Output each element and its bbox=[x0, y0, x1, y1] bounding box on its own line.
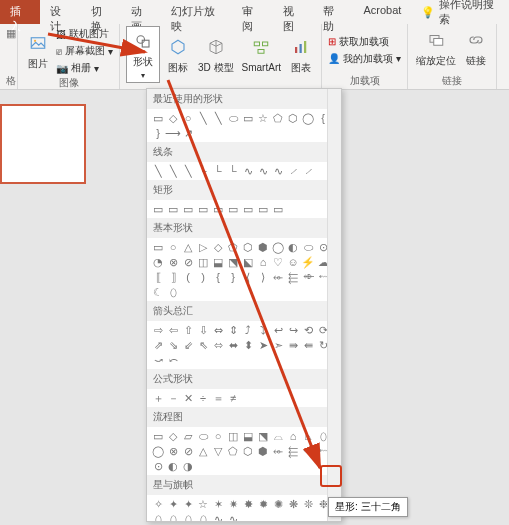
shape-arrow[interactable]: ⇘ bbox=[166, 338, 180, 352]
shape-item[interactable]: ⬯ bbox=[166, 285, 180, 299]
shape-item[interactable]: ⬭ bbox=[301, 240, 315, 254]
tab-help[interactable]: 帮助 bbox=[313, 0, 353, 24]
shape-rect[interactable]: ▭ bbox=[196, 202, 210, 216]
shape-item[interactable]: ◑ bbox=[181, 459, 195, 473]
shape-item[interactable]: △ bbox=[181, 240, 195, 254]
shape-arrow[interactable]: ⬍ bbox=[241, 338, 255, 352]
shape-arrow[interactable]: ⇨ bbox=[151, 323, 165, 337]
shape-item[interactable]: ⌂ bbox=[256, 255, 270, 269]
shape-arrow[interactable]: ⇙ bbox=[181, 338, 195, 352]
shape-ribbon[interactable]: ⬯ bbox=[196, 512, 210, 522]
shape-star7[interactable]: ✷ bbox=[226, 497, 240, 511]
shape-rect[interactable]: ▭ bbox=[226, 202, 240, 216]
shape-explosion2[interactable]: ✦ bbox=[166, 497, 180, 511]
shape-arrow[interactable]: ⤻ bbox=[151, 353, 165, 367]
shape-item[interactable]: ⬲ bbox=[301, 444, 315, 458]
shape-item[interactable]: ⬠ bbox=[271, 111, 285, 125]
shape-arrow[interactable]: ⤺ bbox=[166, 353, 180, 367]
tab-review[interactable]: 审阅 bbox=[232, 0, 272, 24]
icons-button[interactable]: 图标 bbox=[164, 33, 192, 77]
shape-item[interactable]: ) bbox=[196, 270, 210, 284]
shape-item[interactable]: ⬱ bbox=[286, 270, 300, 284]
album-button[interactable]: 📷相册▾ bbox=[56, 60, 113, 76]
chart-button[interactable]: 图表 bbox=[287, 33, 315, 77]
shape-arrow[interactable]: ↪ bbox=[286, 323, 300, 337]
shape-star5[interactable]: ☆ bbox=[196, 497, 210, 511]
shape-rect[interactable]: ▭ bbox=[181, 202, 195, 216]
shape-item[interactable]: ⊘ bbox=[181, 255, 195, 269]
shape-textbox[interactable]: ▭ bbox=[151, 111, 165, 125]
shape-rect[interactable]: ▭ bbox=[241, 111, 255, 125]
shape-item[interactable]: ◐ bbox=[166, 459, 180, 473]
shape-item[interactable]: ◐ bbox=[286, 240, 300, 254]
shape-item[interactable]: ▭ bbox=[151, 429, 165, 443]
shape-item[interactable]: ⬭ bbox=[196, 429, 210, 443]
shape-item[interactable]: ⬰ bbox=[271, 444, 285, 458]
shape-star8[interactable]: ✸ bbox=[241, 497, 255, 511]
shape-item[interactable]: ⊗ bbox=[166, 255, 180, 269]
shape-item[interactable]: ⌓ bbox=[271, 429, 285, 443]
shape-item[interactable]: ◫ bbox=[196, 255, 210, 269]
shape-item[interactable]: ⊗ bbox=[166, 444, 180, 458]
shape-item[interactable]: ○ bbox=[166, 240, 180, 254]
shape-item[interactable]: ⬱ bbox=[286, 444, 300, 458]
shape-item[interactable]: ( bbox=[181, 270, 195, 284]
shape-item[interactable]: ⚡ bbox=[301, 255, 315, 269]
shape-item[interactable]: △ bbox=[196, 444, 210, 458]
shape-item[interactable]: ◇ bbox=[166, 111, 180, 125]
online-pictures-button[interactable]: 🖼联机图片 bbox=[56, 26, 113, 42]
shape-item[interactable]: ⬠ bbox=[226, 444, 240, 458]
shape-star10[interactable]: ✹ bbox=[256, 497, 270, 511]
shape-curve[interactable]: ∿ bbox=[241, 164, 255, 178]
shape-item[interactable]: ☺ bbox=[286, 255, 300, 269]
shape-arrow[interactable]: ⟲ bbox=[301, 323, 315, 337]
shape-item[interactable]: ⬲ bbox=[301, 270, 315, 284]
shape-star12[interactable]: ✺ bbox=[271, 497, 285, 511]
shape-line[interactable]: ╲ bbox=[166, 164, 180, 178]
shape-item[interactable]: ○ bbox=[181, 111, 195, 125]
tab-design[interactable]: 设计 bbox=[40, 0, 80, 24]
shape-equals[interactable]: ＝ bbox=[211, 391, 225, 405]
shape-item[interactable]: ⟨ bbox=[241, 270, 255, 284]
shape-arrow[interactable]: ⬄ bbox=[211, 338, 225, 352]
shape-divide[interactable]: ÷ bbox=[196, 391, 210, 405]
scrollbar[interactable] bbox=[327, 89, 341, 521]
shape-item[interactable]: ◇ bbox=[211, 240, 225, 254]
shape-ribbon[interactable]: ⬯ bbox=[166, 512, 180, 522]
pictures-button[interactable]: 图片 bbox=[24, 29, 52, 73]
shape-arrow[interactable]: ⇩ bbox=[196, 323, 210, 337]
shape-item[interactable]: ○ bbox=[211, 429, 225, 443]
tab-view[interactable]: 视图 bbox=[273, 0, 313, 24]
shape-arrow[interactable]: ⇦ bbox=[166, 323, 180, 337]
shape-ribbon[interactable]: ⬯ bbox=[151, 512, 165, 522]
shape-arrow[interactable]: ⬌ bbox=[226, 338, 240, 352]
shape-rect[interactable]: ▭ bbox=[256, 202, 270, 216]
shape-star24[interactable]: ❊ bbox=[301, 497, 315, 511]
tab-insert[interactable]: 插入 bbox=[0, 0, 40, 24]
tab-slideshow[interactable]: 幻灯片放映 bbox=[161, 0, 232, 24]
shape-item[interactable]: ◔ bbox=[151, 255, 165, 269]
shape-item[interactable]: ⬡ bbox=[286, 111, 300, 125]
shape-item[interactable]: ◯ bbox=[151, 444, 165, 458]
shape-item[interactable]: { bbox=[211, 270, 225, 284]
shape-arrow[interactable]: ➤ bbox=[256, 338, 270, 352]
tell-me-search[interactable]: 💡 操作说明搜索 bbox=[411, 0, 509, 24]
tab-acrobat[interactable]: Acrobat bbox=[353, 0, 411, 24]
shape-arrow[interactable]: ⇖ bbox=[196, 338, 210, 352]
shape-wave[interactable]: ∿ bbox=[226, 512, 240, 522]
tab-animation[interactable]: 动画 bbox=[121, 0, 161, 24]
zoom-button[interactable]: 缩放定位 bbox=[414, 26, 458, 70]
3d-models-button[interactable]: 3D 模型 bbox=[196, 33, 236, 77]
shape-item[interactable]: ⬡ bbox=[241, 444, 255, 458]
shape-arrow[interactable]: ⇕ bbox=[226, 323, 240, 337]
smartart-button[interactable]: SmartArt bbox=[240, 34, 283, 75]
shape-star6[interactable]: ✶ bbox=[211, 497, 225, 511]
shape-item[interactable]: ⬡ bbox=[241, 240, 255, 254]
shape-line[interactable]: ╲ bbox=[151, 164, 165, 178]
shape-rect[interactable]: ▭ bbox=[166, 202, 180, 216]
shape-arrow[interactable]: ⇧ bbox=[181, 323, 195, 337]
shape-notequal[interactable]: ≠ bbox=[226, 391, 240, 405]
link-button[interactable]: 链接 bbox=[462, 26, 490, 70]
shape-item[interactable]: ◯ bbox=[271, 240, 285, 254]
shape-item[interactable]: ◯ bbox=[301, 111, 315, 125]
